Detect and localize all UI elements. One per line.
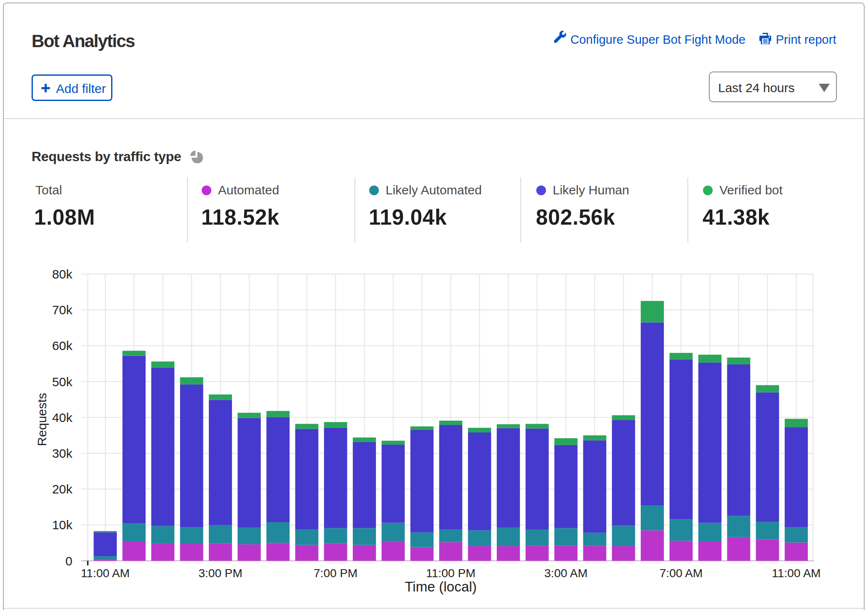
svg-text:50k: 50k <box>52 375 73 389</box>
svg-text:Requests: Requests <box>35 393 49 446</box>
svg-text:30k: 30k <box>52 446 73 460</box>
svg-text:3:00 PM: 3:00 PM <box>198 567 242 580</box>
svg-text:11:00 AM: 11:00 AM <box>81 567 130 580</box>
svg-text:60k: 60k <box>52 339 73 353</box>
svg-text:40k: 40k <box>52 411 73 424</box>
svg-text:7:00 AM: 7:00 AM <box>660 567 703 580</box>
svg-text:10k: 10k <box>52 518 73 532</box>
svg-text:7:00 PM: 7:00 PM <box>314 567 357 580</box>
svg-text:0: 0 <box>65 554 72 568</box>
svg-text:3:00 AM: 3:00 AM <box>544 567 588 580</box>
svg-text:70k: 70k <box>52 303 73 317</box>
svg-text:20k: 20k <box>52 482 73 496</box>
svg-text:11:00 PM: 11:00 PM <box>426 567 476 580</box>
svg-text:Time (local): Time (local) <box>405 579 477 594</box>
svg-text:80k: 80k <box>52 267 73 281</box>
svg-text:11:00 AM: 11:00 AM <box>772 567 820 580</box>
